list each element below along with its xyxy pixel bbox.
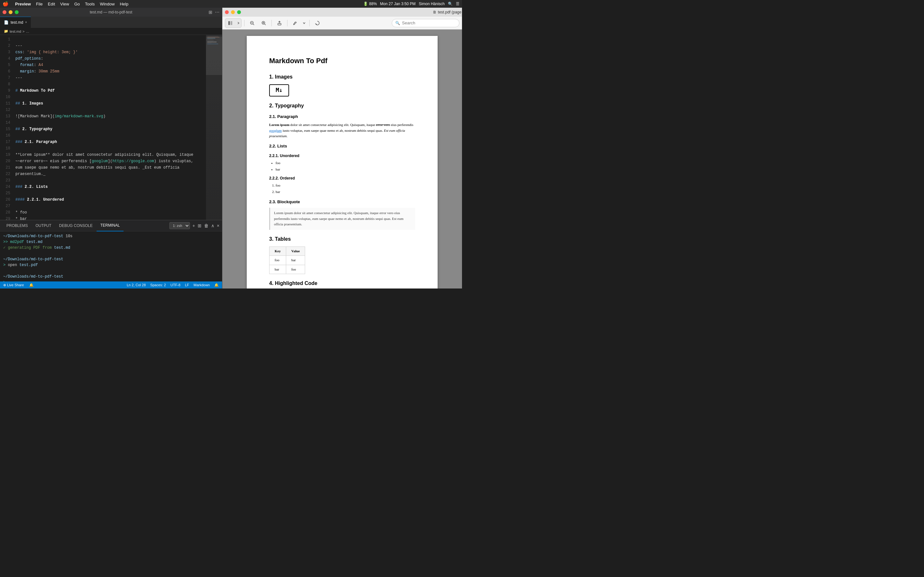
statusbar-encoding[interactable]: UTF-8 [170, 283, 180, 287]
toolbar-sep3 [287, 20, 288, 26]
code-line [15, 107, 204, 113]
search-bar[interactable]: 🔍 [392, 19, 459, 27]
breadcrumb-file[interactable]: test.md [10, 29, 21, 33]
pdf-table-cell: bar [270, 265, 286, 274]
menu-window[interactable]: Window [100, 2, 115, 6]
menubar-search-icon[interactable]: 🔍 [448, 2, 453, 6]
pdf-s23-title: 2.3. Blockquote [269, 199, 415, 205]
pdf-blockquote: Lorem ipsum dolor sit amet consectetur a… [269, 208, 415, 230]
code-line [15, 190, 204, 197]
apple-menu[interactable]: 🍎 [3, 1, 9, 7]
preview-max-btn[interactable] [237, 10, 241, 14]
code-line: margin: 30mm 25mm [15, 68, 204, 75]
menu-file[interactable]: File [36, 2, 43, 6]
statusbar-spaces[interactable]: Spaces: 2 [150, 283, 166, 287]
code-line: ### 2.1. Paragraph [15, 139, 204, 145]
statusbar-language[interactable]: Markdown [194, 283, 210, 287]
rotate-btn[interactable] [312, 19, 322, 27]
svg-line-3 [253, 24, 254, 25]
code-line: pdf_options: [15, 55, 204, 62]
code-line [15, 81, 204, 87]
terminal-line [3, 268, 219, 274]
pdf-table-cell: foo [286, 265, 305, 274]
editor-tab-testmd[interactable]: 📄 test.md × [0, 17, 31, 28]
terminal-content[interactable]: ~/Downloads/md-to-pdf-test 10s >> md2pdf… [0, 231, 222, 282]
terminal-add-btn[interactable]: + [192, 223, 195, 228]
pdf-content[interactable]: Markdown To Pdf 1. Images M↓ 2. Typograp… [222, 29, 462, 288]
statusbar-bell-icon[interactable]: 🔔 [29, 283, 34, 287]
panel-tab-terminal[interactable]: TERMINAL [97, 220, 124, 231]
edit-pen-btn[interactable] [290, 19, 300, 27]
minimap[interactable] [206, 35, 222, 220]
menubar-user: Simon Hänisch [419, 2, 445, 6]
menu-view[interactable]: View [60, 2, 69, 6]
breadcrumb-folder-icon: 📁 [4, 29, 8, 33]
pdf-ol-item: foo [276, 183, 415, 189]
menubar-hamburger-icon[interactable]: ☰ [456, 2, 459, 6]
panel-tabs: PROBLEMS OUTPUT DEBUG CONSOLE TERMINAL 1… [0, 220, 222, 231]
liveshare-btn[interactable]: ⊕ Live Share [3, 283, 24, 287]
terminal-line: > open test.pdf [3, 262, 219, 268]
terminal-shell-select[interactable]: 1: zsh [170, 222, 190, 229]
vscode-breadcrumb: 📁 test.md > … [0, 28, 222, 35]
menu-preview[interactable]: Preview [15, 2, 31, 6]
sidebar-toggle-btn[interactable] [225, 19, 236, 27]
panel-tab-problems[interactable]: PROBLEMS [3, 220, 32, 231]
window-minimize-btn[interactable] [9, 10, 13, 14]
pdf-s22-title: 2.2. Lists [269, 143, 415, 150]
edit-chevron-btn[interactable] [302, 19, 307, 27]
panel-tab-actions: 1: zsh + ⊞ 🗑 ∧ × [170, 222, 220, 229]
menubar-right: 🔋 88% Mon 27 Jan 3:50 PM Simon Hänisch 🔍… [363, 2, 459, 6]
window-maximize-btn[interactable] [15, 10, 19, 14]
table-row: bar foo [270, 265, 305, 274]
editor-content[interactable]: --- css: 'img { height: 3em; }' pdf_opti… [13, 35, 206, 220]
terminal-trash-btn[interactable]: 🗑 [204, 223, 208, 228]
search-icon: 🔍 [395, 21, 400, 25]
toolbar-sep2 [271, 20, 272, 26]
svg-rect-0 [228, 21, 230, 25]
search-input[interactable] [402, 21, 456, 25]
menu-tools[interactable]: Tools [85, 2, 95, 6]
code-line [15, 145, 204, 152]
preview-min-btn[interactable] [231, 10, 235, 14]
vscode-titlebar: test.md — md-to-pdf-test ⊞ ⋯ [0, 8, 222, 17]
pdf-table-header: Key [270, 247, 286, 256]
terminal-split-btn[interactable]: ⊞ [198, 223, 202, 228]
window-close-btn[interactable] [3, 10, 6, 14]
terminal-chevron-up-btn[interactable]: ∧ [211, 223, 214, 228]
menu-go[interactable]: Go [74, 2, 79, 6]
code-line [15, 119, 204, 126]
svg-rect-9 [278, 23, 281, 25]
code-line: format: A4 [15, 62, 204, 68]
breadcrumb-sep: > [23, 29, 24, 33]
pdf-ordered-list: foo bar [269, 183, 415, 195]
statusbar-eol[interactable]: LF [185, 283, 189, 287]
pdf-ul-item: foo [276, 160, 415, 166]
toolbar-sep [244, 20, 244, 26]
pdf-table: Key Value foo bar bar foo [269, 247, 305, 274]
split-editor-icon[interactable]: ⊞ [208, 10, 212, 15]
menu-edit[interactable]: Edit [48, 2, 55, 6]
table-row: foo bar [270, 256, 305, 265]
panel-tab-debug[interactable]: DEBUG CONSOLE [55, 220, 97, 231]
menu-help[interactable]: Help [120, 2, 128, 6]
pdf-link[interactable]: googlum [269, 129, 282, 132]
panel-tab-output[interactable]: OUTPUT [32, 220, 55, 231]
zoom-in-btn[interactable] [258, 19, 269, 27]
pdf-strike-text: error vero [376, 123, 390, 127]
sidebar-chevron-btn[interactable] [236, 19, 241, 27]
zoom-out-btn[interactable] [247, 19, 257, 27]
statusbar-notification-icon[interactable]: 🔔 [214, 283, 219, 287]
pdf-s221-title: 2.2.1. Unordered [269, 153, 415, 159]
pdf-s21-title: 2.1. Paragraph [269, 113, 415, 120]
terminal-close-btn[interactable]: × [217, 223, 220, 228]
breadcrumb-rest[interactable]: … [26, 29, 29, 33]
pdf-table-cell: bar [286, 256, 305, 265]
pdf-s222-title: 2.2.2. Ordered [269, 175, 415, 181]
tab-close-btn[interactable]: × [25, 21, 27, 24]
more-actions-icon[interactable]: ⋯ [215, 10, 220, 15]
preview-close-btn[interactable] [225, 10, 229, 14]
preview-toolbar: 🔍 [222, 17, 462, 29]
statusbar-line-col[interactable]: Ln 2, Col 28 [127, 283, 145, 287]
share-btn[interactable] [274, 19, 284, 27]
